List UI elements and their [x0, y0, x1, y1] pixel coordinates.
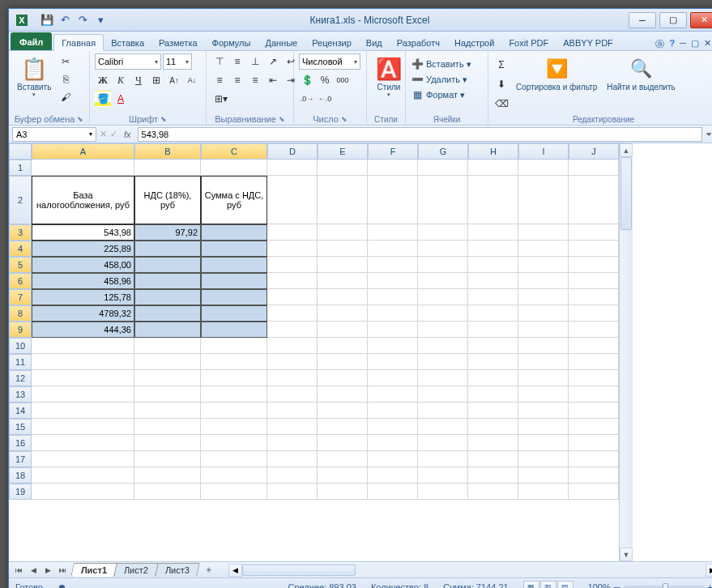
- cell[interactable]: [468, 176, 518, 224]
- row-header-1[interactable]: 1: [9, 160, 32, 176]
- tab-developer[interactable]: Разработч: [390, 35, 447, 50]
- row-header-19[interactable]: 19: [9, 484, 32, 500]
- cell[interactable]: [32, 435, 134, 451]
- cell[interactable]: [368, 419, 418, 435]
- cell[interactable]: [368, 451, 418, 467]
- cell-A5[interactable]: 458,00: [32, 257, 134, 273]
- align-bottom-icon[interactable]: ⊥: [247, 53, 263, 70]
- cell-A6[interactable]: 458,96: [32, 273, 134, 289]
- cell-C3[interactable]: [201, 224, 267, 241]
- cell-C8[interactable]: [201, 305, 267, 322]
- cell[interactable]: [267, 338, 318, 354]
- cell[interactable]: [134, 354, 201, 370]
- format-painter-icon[interactable]: 🖌: [58, 89, 74, 105]
- tab-addins[interactable]: Надстрой: [447, 35, 501, 50]
- sort-filter-button[interactable]: 🔽 Сортировка и фильтр: [513, 53, 600, 93]
- cell[interactable]: [368, 176, 418, 224]
- number-launcher-icon[interactable]: ⬊: [341, 115, 347, 123]
- cell-A3[interactable]: 543,98: [32, 224, 134, 241]
- cell-B4[interactable]: [134, 241, 201, 257]
- cell[interactable]: [569, 403, 619, 419]
- excel-icon[interactable]: X: [12, 11, 32, 30]
- cell[interactable]: [418, 241, 468, 257]
- cell-C7[interactable]: [201, 289, 267, 305]
- cell[interactable]: [134, 386, 201, 403]
- fx-icon[interactable]: fx: [121, 130, 134, 139]
- cell[interactable]: [418, 370, 468, 386]
- cell[interactable]: [134, 403, 201, 419]
- cell[interactable]: [569, 176, 619, 224]
- cell[interactable]: [418, 451, 468, 467]
- sheet-tab-3[interactable]: Лист3: [155, 563, 200, 577]
- grid[interactable]: ABCDEFGHIJ12База налогообложения, рубНДС…: [9, 143, 619, 561]
- tab-insert[interactable]: Вставка: [104, 35, 151, 50]
- tab-review[interactable]: Рецензир: [305, 35, 359, 50]
- cell[interactable]: [32, 403, 134, 419]
- cell[interactable]: [368, 305, 418, 322]
- col-header-G[interactable]: G: [418, 143, 468, 160]
- zoom-in-icon[interactable]: +: [708, 582, 712, 589]
- horizontal-scroll-thumb[interactable]: [242, 565, 356, 576]
- styles-button[interactable]: 🅰️ Стили ▾: [372, 53, 406, 100]
- col-header-B[interactable]: B: [134, 143, 201, 160]
- cell[interactable]: [468, 289, 518, 305]
- cell[interactable]: [201, 160, 267, 176]
- tab-layout[interactable]: Разметка: [151, 35, 205, 50]
- cell[interactable]: [267, 273, 318, 289]
- cell[interactable]: [267, 257, 318, 273]
- cell[interactable]: [318, 484, 368, 500]
- select-all-corner[interactable]: [9, 143, 32, 160]
- cell[interactable]: [518, 160, 569, 176]
- increase-decimal-icon[interactable]: .0→: [299, 91, 315, 107]
- cancel-formula-icon[interactable]: ✕: [100, 129, 107, 139]
- cell[interactable]: [418, 176, 468, 224]
- scroll-up-icon[interactable]: ▲: [620, 143, 633, 157]
- cell-A7[interactable]: 125,78: [32, 289, 134, 305]
- cell[interactable]: [468, 467, 518, 484]
- cell[interactable]: [418, 338, 468, 354]
- cell[interactable]: [32, 370, 134, 386]
- cell[interactable]: [318, 419, 368, 435]
- cell-A9[interactable]: 444,36: [32, 322, 134, 338]
- tab-abbyy[interactable]: ABBYY PDF: [556, 35, 620, 50]
- insert-cells-button[interactable]: ➕Вставить ▾: [411, 58, 471, 70]
- cell[interactable]: [468, 322, 518, 338]
- tab-formulas[interactable]: Формулы: [205, 35, 258, 50]
- delete-cells-button[interactable]: ➖Удалить ▾: [411, 73, 467, 86]
- comma-icon[interactable]: 000: [335, 72, 351, 88]
- align-middle-icon[interactable]: ≡: [229, 53, 245, 70]
- col-header-A[interactable]: A: [32, 143, 134, 160]
- cell[interactable]: [267, 484, 318, 500]
- cell[interactable]: [368, 403, 418, 419]
- percent-icon[interactable]: %: [317, 72, 333, 88]
- cell[interactable]: [518, 257, 569, 273]
- cell[interactable]: [569, 419, 619, 435]
- align-right-icon[interactable]: ≡: [247, 72, 263, 88]
- cell[interactable]: [569, 224, 619, 241]
- align-top-icon[interactable]: ⊤: [211, 53, 228, 70]
- cell[interactable]: [267, 160, 318, 176]
- cell[interactable]: [201, 419, 267, 435]
- cell[interactable]: [368, 322, 418, 338]
- row-header-2[interactable]: 2: [9, 176, 32, 224]
- horizontal-scroll-track[interactable]: [242, 564, 706, 577]
- cell[interactable]: [201, 467, 267, 484]
- cell-C9[interactable]: [201, 322, 267, 338]
- vertical-scrollbar[interactable]: ▲ ▼: [619, 143, 633, 561]
- qat-more-icon[interactable]: ▾: [93, 13, 108, 28]
- cell[interactable]: [468, 160, 518, 176]
- clear-icon[interactable]: ⌫: [493, 96, 509, 112]
- cell[interactable]: [267, 305, 318, 322]
- cell[interactable]: [267, 241, 318, 257]
- cell[interactable]: [368, 273, 418, 289]
- font-launcher-icon[interactable]: ⬊: [160, 115, 167, 123]
- cell-B5[interactable]: [134, 257, 201, 273]
- save-icon[interactable]: 💾: [40, 13, 54, 28]
- cell[interactable]: [134, 467, 201, 484]
- cell[interactable]: [468, 403, 518, 419]
- cell[interactable]: [267, 403, 318, 419]
- col-header-H[interactable]: H: [468, 143, 518, 160]
- expand-formula-icon[interactable]: ⏷: [706, 130, 712, 138]
- cell[interactable]: [201, 435, 267, 451]
- cell-A8[interactable]: 4789,32: [32, 305, 134, 322]
